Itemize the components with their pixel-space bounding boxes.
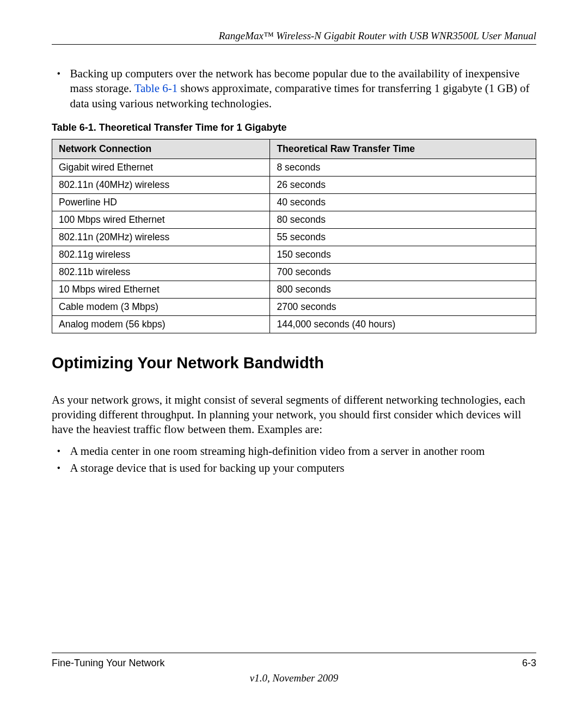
table-row: Gigabit wired Ethernet8 seconds — [52, 159, 536, 176]
cell-time: 144,000 seconds (40 hours) — [270, 315, 536, 333]
footer-version: v1.0, November 2009 — [52, 672, 536, 684]
table-row: 100 Mbps wired Ethernet80 seconds — [52, 211, 536, 228]
bullet-icon: • — [57, 461, 60, 476]
cell-network: 802.11n (20MHz) wireless — [52, 228, 270, 246]
table-row: Analog modem (56 kbps)144,000 seconds (4… — [52, 315, 536, 333]
header-title: RangeMax™ Wireless-N Gigabit Router with… — [52, 30, 536, 42]
section-paragraph: As your network grows, it might consist … — [52, 393, 536, 437]
example-bullet: • A storage device that is used for back… — [52, 461, 536, 476]
example-bullet: • A media center in one room streaming h… — [52, 444, 536, 459]
cell-time: 700 seconds — [270, 263, 536, 281]
table-row: 802.11b wireless700 seconds — [52, 263, 536, 281]
footer-chapter: Fine-Tuning Your Network — [52, 658, 164, 669]
cell-network: Cable modem (3 Mbps) — [52, 298, 270, 315]
table-row: 802.11n (20MHz) wireless55 seconds — [52, 228, 536, 246]
cell-time: 2700 seconds — [270, 298, 536, 315]
intro-bullet-text: Backing up computers over the network ha… — [70, 66, 536, 111]
cell-network: Gigabit wired Ethernet — [52, 159, 270, 176]
cell-time: 26 seconds — [270, 176, 536, 193]
cell-network: 802.11b wireless — [52, 263, 270, 281]
cell-time: 150 seconds — [270, 246, 536, 263]
table-header-row: Network Connection Theoretical Raw Trans… — [52, 139, 536, 159]
table-row: 802.11n (40MHz) wireless26 seconds — [52, 176, 536, 193]
header-rule — [52, 44, 536, 45]
footer-rule — [52, 653, 536, 653]
cell-network: 100 Mbps wired Ethernet — [52, 211, 270, 228]
cell-network: 802.11n (40MHz) wireless — [52, 176, 270, 193]
intro-bullet: • Backing up computers over the network … — [52, 66, 536, 111]
cell-time: 8 seconds — [270, 159, 536, 176]
table-reference-link[interactable]: Table 6-1 — [134, 82, 178, 95]
bullet-icon: • — [57, 66, 60, 111]
cell-time: 55 seconds — [270, 228, 536, 246]
table-row: 802.11g wireless150 seconds — [52, 246, 536, 263]
transfer-time-table: Network Connection Theoretical Raw Trans… — [52, 139, 536, 333]
table-caption: Table 6-1. Theoretical Transfer Time for… — [52, 122, 536, 133]
example-bullet-text: A media center in one room streaming hig… — [70, 444, 485, 459]
cell-time: 80 seconds — [270, 211, 536, 228]
table-row: Powerline HD40 seconds — [52, 193, 536, 211]
col-header-time: Theoretical Raw Transfer Time — [270, 139, 536, 159]
cell-time: 40 seconds — [270, 193, 536, 211]
cell-network: 802.11g wireless — [52, 246, 270, 263]
cell-time: 800 seconds — [270, 281, 536, 298]
footer-page-number: 6-3 — [522, 658, 536, 669]
col-header-network: Network Connection — [52, 139, 270, 159]
cell-network: Analog modem (56 kbps) — [52, 315, 270, 333]
table-row: Cable modem (3 Mbps)2700 seconds — [52, 298, 536, 315]
table-row: 10 Mbps wired Ethernet800 seconds — [52, 281, 536, 298]
cell-network: Powerline HD — [52, 193, 270, 211]
cell-network: 10 Mbps wired Ethernet — [52, 281, 270, 298]
page-footer: Fine-Tuning Your Network 6-3 v1.0, Novem… — [52, 648, 536, 684]
example-bullet-text: A storage device that is used for backin… — [70, 461, 345, 476]
section-heading: Optimizing Your Network Bandwidth — [52, 354, 536, 372]
bullet-icon: • — [57, 444, 60, 459]
